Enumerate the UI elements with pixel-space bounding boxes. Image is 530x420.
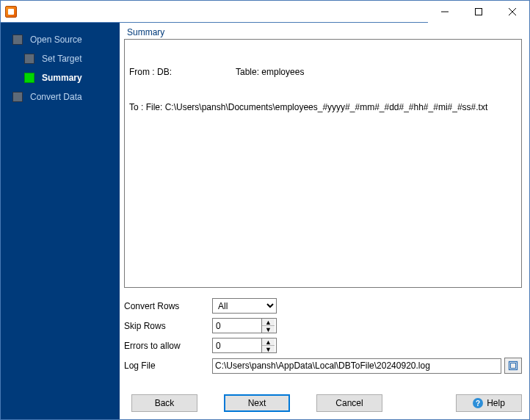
cancel-button[interactable]: Cancel: [316, 394, 382, 412]
spin-down-icon[interactable]: ▼: [262, 346, 275, 352]
close-button[interactable]: [495, 1, 529, 23]
wizard-step-convert-data[interactable]: Convert Data: [1, 87, 120, 106]
summary-textbox: From : DB: Table: employees To : File: C…: [124, 39, 522, 288]
summary-to-line: To : File: C:\Users\pansh\Documents\empl…: [129, 101, 517, 113]
section-title: Summary: [127, 27, 522, 37]
skip-rows-input[interactable]: [213, 319, 261, 333]
logfile-input[interactable]: [212, 358, 501, 374]
wizard-button-bar: Back Next Cancel ? Help: [124, 394, 522, 412]
spin-up-icon[interactable]: ▲: [262, 319, 275, 326]
step-marker-icon: [12, 35, 23, 45]
wizard-step-summary[interactable]: Summary: [1, 68, 120, 87]
maximize-button[interactable]: [462, 1, 495, 23]
step-marker-icon: [12, 92, 23, 102]
svg-rect-5: [511, 363, 516, 369]
errors-spinner[interactable]: ▲ ▼: [212, 338, 277, 353]
wizard-step-set-target[interactable]: Set Target: [1, 49, 120, 68]
next-button[interactable]: Next: [224, 394, 290, 412]
summary-from-label: From : DB:: [129, 66, 236, 78]
app-icon: [5, 6, 17, 18]
logfile-browse-button[interactable]: [504, 358, 522, 374]
errors-input[interactable]: [213, 338, 261, 352]
step-label: Convert Data: [30, 92, 82, 102]
spin-up-icon[interactable]: ▲: [262, 338, 275, 346]
logfile-label: Log File: [124, 361, 212, 371]
summary-table-label: Table: employees: [236, 66, 304, 78]
svg-rect-1: [476, 8, 482, 15]
convert-rows-select[interactable]: All: [212, 298, 277, 314]
titlebar: [1, 1, 529, 23]
step-marker-icon: [24, 54, 35, 64]
step-marker-icon: [24, 73, 35, 83]
step-label: Summary: [42, 73, 82, 83]
browse-icon: [508, 361, 518, 371]
convert-rows-label: Convert Rows: [124, 301, 212, 311]
back-button[interactable]: Back: [131, 394, 197, 412]
main-panel: Summary From : DB: Table: employees To :…: [120, 23, 529, 419]
help-icon: ?: [473, 398, 483, 408]
skip-rows-label: Skip Rows: [124, 321, 212, 331]
step-label: Open Source: [30, 35, 82, 45]
minimize-button[interactable]: [428, 1, 462, 23]
step-label: Set Target: [42, 54, 81, 64]
wizard-steps-sidebar: Open SourceSet TargetSummaryConvert Data: [1, 23, 120, 419]
spin-down-icon[interactable]: ▼: [262, 326, 275, 333]
errors-label: Errors to allow: [124, 341, 212, 351]
help-button[interactable]: ? Help: [456, 394, 522, 412]
wizard-step-open-source[interactable]: Open Source: [1, 30, 120, 49]
skip-rows-spinner[interactable]: ▲ ▼: [212, 318, 277, 333]
help-button-label: Help: [487, 398, 505, 408]
